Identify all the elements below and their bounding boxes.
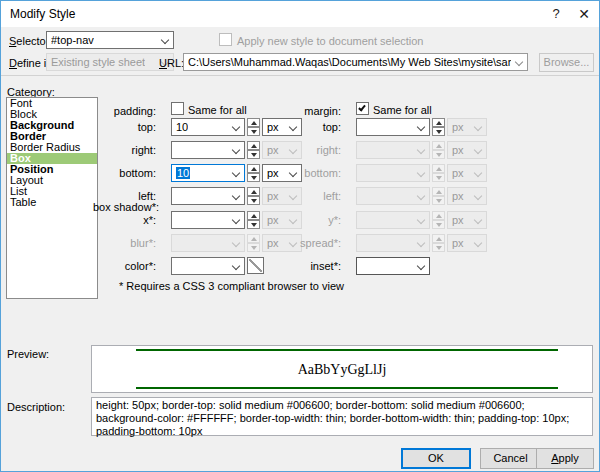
spinner-down-icon[interactable]: [247, 220, 260, 229]
shadow-spread-label: spread*:: [291, 237, 341, 249]
chevron-down-icon: [474, 216, 482, 224]
padding-bottom-label: bottom:: [106, 167, 156, 179]
checkmark-icon: [358, 104, 366, 112]
spinner-up-icon: [432, 234, 445, 243]
shadow-y-input: [356, 211, 430, 229]
shadow-blur-spinner: [247, 234, 260, 252]
padding-bottom-spinner[interactable]: [247, 164, 260, 182]
spinner-down-icon[interactable]: [247, 173, 260, 182]
help-icon[interactable]: ?: [545, 5, 567, 23]
spinner-down-icon: [432, 243, 445, 252]
chevron-down-icon: [474, 146, 482, 154]
padding-top-value: 10: [176, 121, 188, 133]
padding-left-spinner[interactable]: [247, 187, 260, 205]
padding-right-spinner[interactable]: [247, 141, 260, 159]
spinner-up-icon: [432, 164, 445, 173]
spinner-down-icon[interactable]: [247, 150, 260, 159]
shadow-blur-input: [171, 234, 245, 252]
chevron-down-icon: [474, 123, 482, 131]
shadow-color-label: color*:: [106, 260, 156, 272]
margin-left-input: [356, 187, 430, 205]
spinner-down-icon: [432, 150, 445, 159]
margin-top-spinner[interactable]: [432, 118, 445, 136]
spinner-up-icon: [432, 187, 445, 196]
margin-right-label: right:: [291, 144, 341, 156]
margin-left-unit-combobox: px: [447, 187, 487, 205]
chevron-down-icon: [474, 239, 482, 247]
spinner-up-icon[interactable]: [247, 211, 260, 220]
cancel-button[interactable]: Cancel: [480, 448, 541, 469]
margin-top-label: top:: [291, 121, 341, 133]
selector-combobox[interactable]: #top-nav: [46, 31, 174, 49]
padding-left-input[interactable]: [171, 187, 245, 205]
define-in-value: Existing style sheet: [51, 56, 145, 68]
title-bar[interactable]: Modify Style ? ✕: [1, 1, 599, 27]
margin-label: margin:: [281, 105, 341, 117]
chevron-down-icon: [232, 123, 240, 131]
preview-label: Preview:: [7, 348, 49, 360]
margin-right-unit-combobox: px: [447, 141, 487, 159]
margin-left-spinner: [432, 187, 445, 205]
description-box: height: 50px; border-top: solid medium #…: [91, 397, 593, 436]
margin-bottom-unit-combobox: px: [447, 164, 487, 182]
margin-same-for-all-checkbox[interactable]: [356, 102, 369, 115]
margin-same-for-all-label: Same for all: [373, 104, 432, 116]
browse-button: Browse...: [539, 53, 594, 72]
chevron-down-icon: [417, 216, 425, 224]
modify-style-dialog: Modify Style ? ✕ Selector: #top-nav Appl…: [0, 0, 600, 472]
padding-top-input[interactable]: 10: [171, 118, 245, 136]
margin-right-spinner: [432, 141, 445, 159]
box-shadow-label: box shadow*:: [74, 201, 159, 213]
padding-bottom-input[interactable]: 10: [171, 164, 245, 182]
shadow-blur-label: blur*:: [106, 237, 156, 249]
apply-new-style-label: Apply new style to document selection: [237, 35, 424, 47]
padding-same-for-all-checkbox[interactable]: [171, 102, 184, 115]
spinner-up-icon[interactable]: [247, 164, 260, 173]
chevron-down-icon: [417, 192, 425, 200]
no-color-icon: [249, 259, 262, 272]
css3-note: * Requires a CSS 3 compliant browser to …: [119, 280, 344, 292]
apply-button[interactable]: Apply: [536, 448, 594, 469]
preview-box: AaBbYyGgLlJj: [91, 345, 593, 393]
preview-border-bottom-line: [136, 387, 558, 389]
chevron-down-icon: [474, 192, 482, 200]
margin-bottom-label: bottom:: [291, 167, 341, 179]
close-icon[interactable]: ✕: [573, 5, 595, 23]
margin-bottom-input: [356, 164, 430, 182]
shadow-x-input[interactable]: [171, 211, 245, 229]
spinner-down-icon[interactable]: [432, 127, 445, 136]
margin-top-input[interactable]: [356, 118, 430, 136]
padding-top-label: top:: [106, 121, 156, 133]
spinner-down-icon: [432, 220, 445, 229]
padding-right-input[interactable]: [171, 141, 245, 159]
url-combobox[interactable]: C:\Users\Muhammad.Waqas\Documents\My Web…: [183, 53, 528, 71]
padding-top-spinner[interactable]: [247, 118, 260, 136]
spinner-up-icon: [247, 234, 260, 243]
spinner-down-icon[interactable]: [247, 127, 260, 136]
description-label: Description:: [7, 401, 65, 413]
chevron-down-icon: [417, 146, 425, 154]
chevron-down-icon: [474, 169, 482, 177]
chevron-down-icon: [417, 169, 425, 177]
spinner-down-icon[interactable]: [247, 196, 260, 205]
spinner-up-icon[interactable]: [432, 118, 445, 127]
category-listbox[interactable]: Font Block Background Border Border Radi…: [6, 97, 98, 299]
chevron-down-icon: [232, 192, 240, 200]
chevron-down-icon: [417, 239, 425, 247]
chevron-down-icon: [232, 169, 240, 177]
chevron-down-icon: [417, 123, 425, 131]
apply-new-style-checkbox: [219, 33, 232, 46]
spinner-up-icon: [432, 211, 445, 220]
shadow-x-spinner[interactable]: [247, 211, 260, 229]
spinner-up-icon[interactable]: [247, 118, 260, 127]
shadow-color-input[interactable]: [171, 257, 245, 275]
shadow-inset-combobox[interactable]: [356, 257, 430, 275]
spinner-up-icon[interactable]: [247, 187, 260, 196]
chevron-down-icon: [232, 262, 240, 270]
spinner-up-icon[interactable]: [247, 141, 260, 150]
ok-button[interactable]: OK: [401, 448, 471, 469]
shadow-color-swatch-button[interactable]: [247, 257, 264, 274]
shadow-inset-label: inset*:: [291, 260, 341, 272]
margin-bottom-spinner: [432, 164, 445, 182]
description-text: height: 50px; border-top: solid medium #…: [96, 399, 588, 438]
